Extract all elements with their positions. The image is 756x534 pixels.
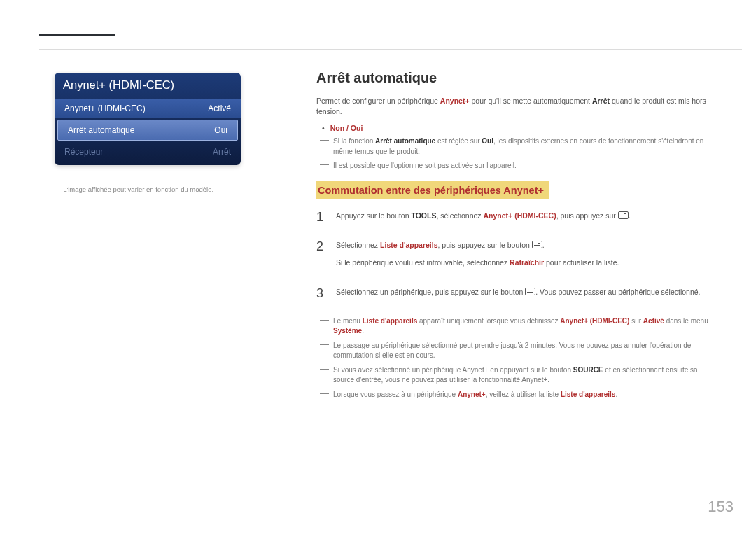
- image-caption: ― L'image affichée peut varier en foncti…: [55, 185, 241, 193]
- osd-row-anynet: Anynet+ (HDMI-CEC) Activé: [55, 99, 241, 118]
- footnote-delay: ― Le passage au périphérique sélectionné…: [316, 341, 708, 361]
- main-content: Arrêt automatique Permet de configurer u…: [316, 70, 708, 404]
- options-value: Non / Oui: [330, 124, 363, 132]
- enter-icon: [618, 211, 629, 219]
- footnote-source: ― Si vous avez sélectionné un périphériq…: [316, 365, 708, 386]
- note-dash-icon: ―: [316, 388, 329, 400]
- step-2: 2 Sélectionnez Liste d'appareils, puis a…: [316, 240, 708, 276]
- note-dash-icon: ―: [316, 364, 329, 386]
- corner-rule: [39, 34, 115, 36]
- osd-row-label: Arrêt automatique: [68, 125, 134, 135]
- osd-row-value: Activé: [208, 104, 231, 113]
- footnote-use-list: ― Lorsque vous passez à un périphérique …: [316, 390, 708, 400]
- step-1: 1 Appuyez sur le bouton TOOLS, sélection…: [316, 211, 708, 229]
- note-option-unavailable: ― Il est possible que l'option ne soit p…: [316, 161, 708, 171]
- osd-row-value: Oui: [214, 125, 227, 135]
- enter-icon: [532, 241, 542, 248]
- caption-divider: [55, 181, 241, 181]
- step-number: 2: [316, 240, 326, 276]
- page-number: 153: [708, 498, 734, 516]
- intro-paragraph: Permet de configurer un périphérique Any…: [316, 96, 708, 117]
- osd-row-value: Arrêt: [213, 147, 231, 157]
- note-dash-icon: ―: [316, 339, 329, 361]
- enter-icon: [525, 288, 536, 295]
- note-auto-off: ― Si la fonction Arrêt automatique est r…: [316, 136, 708, 157]
- footnote-menu-liste: ― Le menu Liste d'appareils apparaît uni…: [316, 316, 708, 337]
- osd-panel: Anynet+ (HDMI-CEC) Anynet+ (HDMI-CEC) Ac…: [55, 73, 241, 165]
- step-number: 1: [316, 211, 326, 229]
- osd-panel-title: Anynet+ (HDMI-CEC): [55, 73, 241, 99]
- osd-row-label: Anynet+ (HDMI-CEC): [64, 104, 146, 113]
- section-title: Arrêt automatique: [316, 70, 708, 86]
- bullet-dot-icon: •: [322, 124, 325, 132]
- osd-row-label: Récepteur: [64, 147, 103, 157]
- note-dash-icon: ―: [316, 160, 329, 171]
- osd-row-arret-auto: Arrêt automatique Oui: [57, 120, 238, 141]
- subheading-commutation: Commutation entre des périphériques Anyn…: [316, 181, 550, 199]
- note-dash-icon: ―: [316, 135, 329, 157]
- note-dash-icon: ―: [316, 315, 329, 337]
- osd-row-recepteur: Récepteur Arrêt: [55, 142, 241, 165]
- step-number: 3: [316, 287, 326, 305]
- left-column: Anynet+ (HDMI-CEC) Anynet+ (HDMI-CEC) Ac…: [55, 73, 241, 193]
- header-rule: [39, 49, 742, 50]
- options-bullet: • Non / Oui: [322, 124, 708, 132]
- step-3: 3 Sélectionnez un périphérique, puis app…: [316, 287, 708, 305]
